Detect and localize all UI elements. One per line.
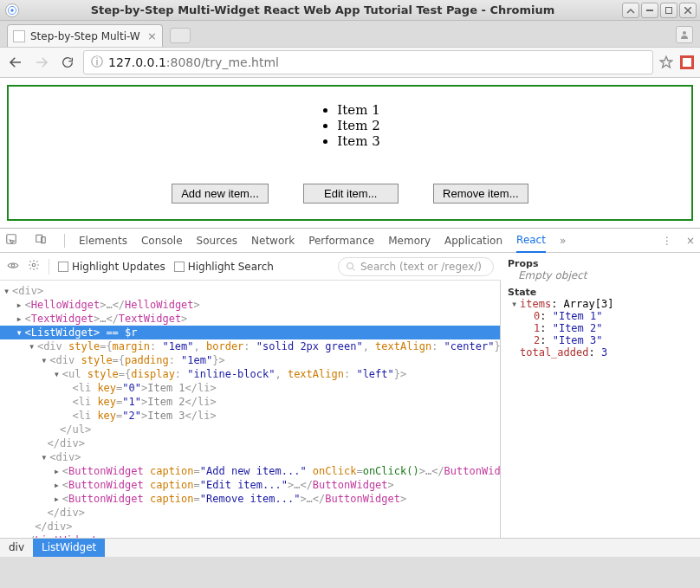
- window-minimize-button[interactable]: [622, 3, 639, 18]
- tab-network[interactable]: Network: [251, 235, 295, 247]
- tabs-overflow-icon[interactable]: »: [560, 235, 566, 247]
- extension-icon[interactable]: [679, 55, 695, 70]
- devtools-panel: Elements Console Sources Network Perform…: [0, 228, 700, 557]
- highlight-search-checkbox[interactable]: Highlight Search: [174, 261, 274, 273]
- toolbar: ⓘ 127.0.0.1:8080/try_me.html: [0, 47, 700, 78]
- bookmark-icon[interactable]: [658, 55, 674, 70]
- highlight-updates-checkbox[interactable]: Highlight Updates: [58, 261, 165, 273]
- remove-item-button[interactable]: Remove item...: [433, 184, 528, 204]
- state-item-1[interactable]: 1: "Item 2": [508, 322, 693, 334]
- url-host: 127.0.0.1: [108, 55, 166, 69]
- svg-point-11: [32, 263, 36, 267]
- window-close-button[interactable]: [679, 3, 697, 18]
- forward-button[interactable]: [31, 52, 52, 73]
- svg-rect-3: [666, 7, 672, 13]
- page-icon: [13, 30, 25, 42]
- list-item: Item 2: [337, 118, 379, 133]
- svg-point-1: [10, 9, 13, 11]
- back-button[interactable]: [5, 52, 26, 73]
- url-bar[interactable]: ⓘ 127.0.0.1:8080/try_me.html: [83, 50, 653, 74]
- profile-icon[interactable]: [676, 26, 693, 43]
- reload-button[interactable]: [57, 52, 78, 73]
- gear-icon[interactable]: [28, 259, 40, 274]
- new-tab-button[interactable]: [170, 28, 191, 43]
- edit-item-button[interactable]: Edit item...: [303, 184, 399, 204]
- eye-icon[interactable]: [7, 259, 19, 274]
- site-info-icon[interactable]: ⓘ: [91, 55, 103, 70]
- devtools-menu-icon[interactable]: ⋮: [662, 235, 672, 247]
- window-title: Step-by-Step Multi-Widget React Web App …: [24, 3, 621, 16]
- svg-point-10: [11, 264, 15, 268]
- browser-tabstrip: Step-by-Step Multi-W ×: [0, 21, 700, 47]
- list-widget: Item 1 Item 2 Item 3 Add new item... Edi…: [7, 85, 693, 221]
- state-total-added[interactable]: total_added: 3: [508, 346, 693, 359]
- list-item: Item 3: [337, 133, 379, 149]
- chromium-icon: [5, 3, 19, 17]
- tab-application[interactable]: Application: [444, 235, 502, 247]
- button-row: Add new item... Edit item... Remove item…: [17, 184, 683, 204]
- svg-point-12: [347, 262, 353, 268]
- react-search-input[interactable]: Search (text or /regex/): [338, 257, 494, 276]
- svg-rect-6: [683, 58, 691, 67]
- state-header: State: [508, 287, 693, 298]
- item-list: Item 1 Item 2 Item 3: [320, 102, 379, 149]
- props-header: Props: [508, 258, 693, 269]
- tab-memory[interactable]: Memory: [388, 235, 431, 247]
- device-toggle-icon[interactable]: [35, 233, 47, 248]
- list-item: Item 1: [337, 102, 379, 118]
- tab-performance[interactable]: Performance: [308, 235, 374, 247]
- tab-elements[interactable]: Elements: [79, 235, 127, 247]
- react-breadcrumbs: div ListWidget: [0, 538, 700, 557]
- svg-rect-2: [646, 10, 653, 11]
- tab-close-icon[interactable]: ×: [147, 29, 157, 42]
- url-port: :8080: [166, 55, 201, 69]
- svg-point-4: [683, 31, 686, 35]
- react-side-panel: Props Empty object State ▾items: Array[3…: [501, 253, 700, 538]
- crumb-listwidget[interactable]: ListWidget: [33, 539, 105, 557]
- inspect-icon[interactable]: [5, 233, 17, 248]
- window-titlebar: Step-by-Step Multi-Widget React Web App …: [0, 0, 700, 21]
- crumb-div[interactable]: div: [0, 539, 33, 557]
- tab-react[interactable]: React: [516, 234, 546, 253]
- react-component-tree[interactable]: ▾<div> ▸<HelloWidget>…</HelloWidget> ▸<T…: [0, 281, 501, 538]
- url-path: /try_me.html: [201, 55, 279, 69]
- add-item-button[interactable]: Add new item...: [172, 184, 269, 204]
- selected-node: ▾<ListWidget> == $r: [0, 326, 500, 339]
- browser-tab[interactable]: Step-by-Step Multi-W ×: [7, 24, 163, 47]
- state-items-row[interactable]: ▾items: Array[3]: [508, 298, 693, 310]
- tab-console[interactable]: Console: [141, 235, 183, 247]
- search-icon: [346, 262, 356, 272]
- tab-title: Step-by-Step Multi-W: [30, 30, 142, 42]
- tab-sources[interactable]: Sources: [197, 235, 237, 247]
- props-empty: Empty object: [508, 269, 693, 281]
- devtools-tabs: Elements Console Sources Network Perform…: [0, 229, 700, 253]
- devtools-close-icon[interactable]: ×: [686, 235, 695, 247]
- page-content: Item 1 Item 2 Item 3 Add new item... Edi…: [0, 78, 700, 228]
- window-restore-button[interactable]: [641, 3, 658, 18]
- window-maximize-button[interactable]: [660, 3, 677, 18]
- state-item-2[interactable]: 2: "Item 3": [508, 334, 693, 346]
- react-toolbar: Highlight Updates Highlight Search Searc…: [0, 253, 501, 281]
- state-item-0[interactable]: 0: "Item 1": [508, 310, 693, 322]
